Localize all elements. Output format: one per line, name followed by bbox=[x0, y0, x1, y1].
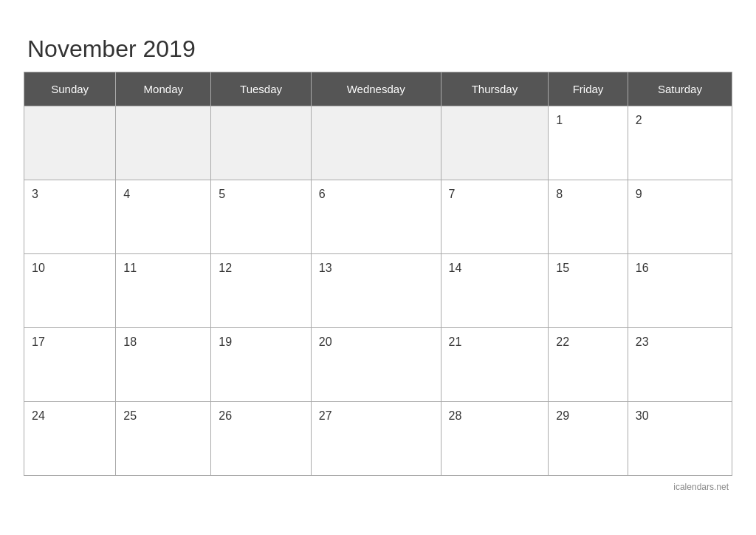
day-cell: 12 bbox=[211, 254, 312, 328]
day-number: 13 bbox=[319, 262, 433, 275]
calendar-table: SundayMondayTuesdayWednesdayThursdayFrid… bbox=[24, 72, 732, 476]
day-number: 4 bbox=[123, 188, 203, 201]
day-cell: 5 bbox=[211, 180, 312, 254]
day-cell: 17 bbox=[24, 328, 116, 402]
day-number: 10 bbox=[32, 262, 108, 275]
day-number: 29 bbox=[556, 409, 620, 423]
day-cell bbox=[441, 106, 549, 180]
day-cell: 6 bbox=[311, 180, 441, 254]
day-cell bbox=[24, 106, 116, 180]
header-cell-monday: Monday bbox=[116, 72, 211, 106]
day-cell: 22 bbox=[549, 328, 628, 402]
calendar-footer: icalendars.net bbox=[24, 482, 732, 492]
day-number: 3 bbox=[32, 188, 108, 201]
day-cell bbox=[211, 106, 312, 180]
day-number: 22 bbox=[556, 335, 620, 349]
day-number: 26 bbox=[219, 409, 303, 423]
header-cell-sunday: Sunday bbox=[24, 72, 116, 106]
day-number: 21 bbox=[449, 335, 541, 349]
day-cell: 30 bbox=[628, 402, 732, 476]
day-number: 1 bbox=[556, 114, 620, 127]
day-cell bbox=[116, 106, 211, 180]
day-number: 6 bbox=[319, 188, 433, 201]
day-number: 9 bbox=[636, 188, 724, 201]
day-cell: 4 bbox=[116, 180, 211, 254]
day-number: 16 bbox=[636, 262, 724, 275]
day-cell: 14 bbox=[441, 254, 549, 328]
day-cell: 26 bbox=[211, 402, 312, 476]
day-number: 18 bbox=[123, 335, 203, 349]
day-number: 11 bbox=[123, 262, 203, 275]
header-cell-thursday: Thursday bbox=[441, 72, 549, 106]
day-cell: 10 bbox=[24, 254, 116, 328]
day-cell: 1 bbox=[549, 106, 628, 180]
header-cell-friday: Friday bbox=[549, 72, 628, 106]
day-number: 7 bbox=[449, 188, 541, 201]
day-number: 30 bbox=[636, 409, 724, 423]
day-number: 5 bbox=[219, 188, 303, 201]
day-cell bbox=[311, 106, 441, 180]
header-row: SundayMondayTuesdayWednesdayThursdayFrid… bbox=[24, 72, 732, 106]
day-number: 28 bbox=[449, 409, 541, 423]
day-cell: 2 bbox=[628, 106, 732, 180]
day-number: 2 bbox=[636, 114, 724, 127]
calendar-wrapper: November 2019 SundayMondayTuesdayWednesd… bbox=[16, 21, 740, 514]
day-cell: 29 bbox=[549, 402, 628, 476]
day-cell: 25 bbox=[116, 402, 211, 476]
day-number: 25 bbox=[123, 409, 203, 423]
day-cell: 28 bbox=[441, 402, 549, 476]
day-number: 14 bbox=[449, 262, 541, 275]
calendar-title: November 2019 bbox=[24, 35, 732, 63]
day-cell: 15 bbox=[549, 254, 628, 328]
week-row-3: 17181920212223 bbox=[24, 328, 732, 402]
day-cell: 27 bbox=[311, 402, 441, 476]
header-cell-saturday: Saturday bbox=[628, 72, 732, 106]
day-number: 12 bbox=[219, 262, 303, 275]
day-cell: 3 bbox=[24, 180, 116, 254]
header-cell-wednesday: Wednesday bbox=[311, 72, 441, 106]
week-row-1: 3456789 bbox=[24, 180, 732, 254]
week-row-4: 24252627282930 bbox=[24, 402, 732, 476]
day-cell: 16 bbox=[628, 254, 732, 328]
day-number: 17 bbox=[32, 335, 108, 349]
day-cell: 19 bbox=[211, 328, 312, 402]
week-row-0: 12 bbox=[24, 106, 732, 180]
header-cell-tuesday: Tuesday bbox=[211, 72, 312, 106]
day-cell: 8 bbox=[549, 180, 628, 254]
week-row-2: 10111213141516 bbox=[24, 254, 732, 328]
day-number: 23 bbox=[636, 335, 724, 349]
day-number: 20 bbox=[319, 335, 433, 349]
day-cell: 7 bbox=[441, 180, 549, 254]
day-number: 19 bbox=[219, 335, 303, 349]
day-cell: 21 bbox=[441, 328, 549, 402]
day-number: 8 bbox=[556, 188, 620, 201]
day-number: 27 bbox=[319, 409, 433, 423]
day-number: 24 bbox=[32, 409, 108, 423]
day-cell: 13 bbox=[311, 254, 441, 328]
day-number: 15 bbox=[556, 262, 620, 275]
day-cell: 20 bbox=[311, 328, 441, 402]
day-cell: 24 bbox=[24, 402, 116, 476]
day-cell: 9 bbox=[628, 180, 732, 254]
day-cell: 23 bbox=[628, 328, 732, 402]
day-cell: 18 bbox=[116, 328, 211, 402]
day-cell: 11 bbox=[116, 254, 211, 328]
